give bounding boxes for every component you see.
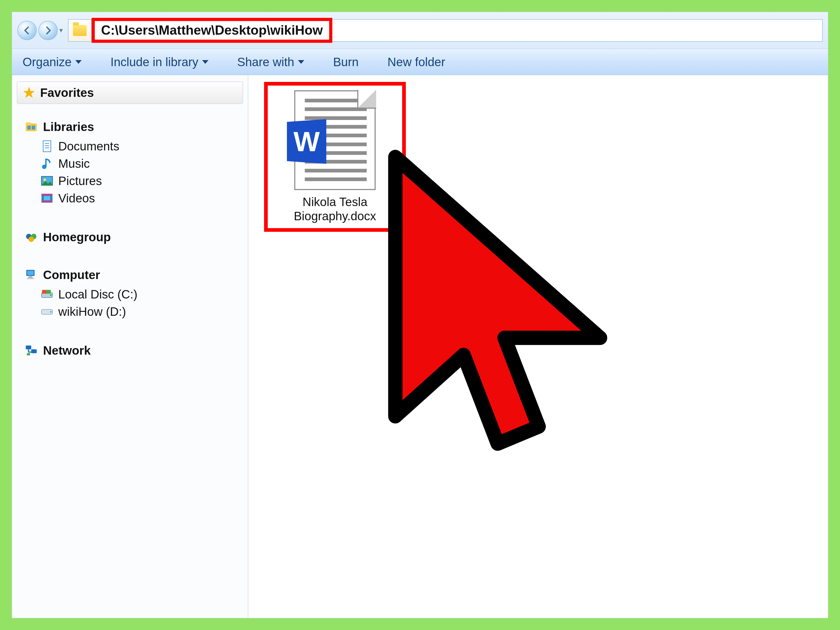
sidebar-item-homegroup[interactable]: Homegroup xyxy=(17,230,243,244)
back-button[interactable] xyxy=(17,21,37,40)
network-icon xyxy=(25,344,38,357)
music-label: Music xyxy=(58,156,90,171)
burn-label: Burn xyxy=(333,55,358,69)
svg-point-10 xyxy=(43,178,46,181)
svg-point-23 xyxy=(50,294,51,296)
file-list-pane[interactable]: W Nikola Tesla Biography.docx xyxy=(248,75,828,618)
burn-button[interactable]: Burn xyxy=(333,55,358,69)
svg-rect-19 xyxy=(27,271,33,275)
drive-icon xyxy=(40,288,54,301)
videos-label: Videos xyxy=(58,191,95,205)
toolbar: Organize Include in library Share with B… xyxy=(12,49,828,75)
explorer-window: ▾ C:\Users\Matthew\Desktop\wikiHow Organ… xyxy=(12,12,828,618)
word-document-icon: W xyxy=(294,90,376,190)
svg-rect-12 xyxy=(41,194,52,195)
address-section: ▾ C:\Users\Matthew\Desktop\wikiHow xyxy=(12,12,828,49)
svg-rect-24 xyxy=(42,290,46,294)
local-disc-label: Local Disc (C:) xyxy=(58,287,137,302)
include-label: Include in library xyxy=(111,55,199,69)
nav-button-group: ▾ xyxy=(17,21,63,40)
svg-rect-28 xyxy=(26,346,31,349)
sidebar-item-computer[interactable]: Computer xyxy=(17,268,243,282)
favorites-label: Favorites xyxy=(40,85,94,100)
file-name-line1: Nikola Tesla xyxy=(294,195,376,209)
sidebar-item-music[interactable]: Music xyxy=(17,155,243,172)
wikihow-drive-label: wikiHow (D:) xyxy=(58,305,126,319)
address-folder-icon xyxy=(68,20,92,41)
svg-rect-4 xyxy=(43,141,51,152)
computer-label: Computer xyxy=(43,268,100,282)
forward-button[interactable] xyxy=(38,21,58,40)
svg-point-8 xyxy=(42,164,46,169)
svg-point-27 xyxy=(50,311,51,313)
svg-rect-1 xyxy=(26,122,31,125)
network-label: Network xyxy=(43,343,90,357)
documents-label: Documents xyxy=(58,139,120,153)
computer-icon xyxy=(25,268,38,281)
sidebar-item-pictures[interactable]: Pictures xyxy=(17,173,243,189)
svg-rect-20 xyxy=(28,276,33,278)
include-in-library-menu[interactable]: Include in library xyxy=(111,55,208,69)
svg-rect-2 xyxy=(27,126,31,129)
history-dropdown-icon[interactable]: ▾ xyxy=(59,26,63,35)
organize-menu[interactable]: Organize xyxy=(22,55,82,69)
homegroup-icon xyxy=(25,231,38,243)
file-name-line2: Biography.docx xyxy=(294,209,376,223)
share-label: Share with xyxy=(237,55,294,69)
share-with-menu[interactable]: Share with xyxy=(237,55,304,69)
svg-rect-30 xyxy=(27,353,30,355)
arrow-right-icon xyxy=(43,25,53,35)
pictures-icon xyxy=(40,174,54,188)
file-item-word-doc[interactable]: W Nikola Tesla Biography.docx xyxy=(264,82,406,232)
body-area: ★ Favorites Libraries Documents xyxy=(12,75,828,618)
sidebar-item-videos[interactable]: Videos xyxy=(17,190,243,206)
star-icon: ★ xyxy=(23,85,35,100)
newfolder-label: New folder xyxy=(387,55,445,69)
videos-icon xyxy=(40,192,54,205)
chevron-down-icon xyxy=(75,60,82,64)
sidebar-item-wikihow-drive[interactable]: wikiHow (D:) xyxy=(17,303,243,320)
chevron-down-icon xyxy=(298,60,304,64)
music-icon xyxy=(40,157,54,170)
sidebar-item-local-disc[interactable]: Local Disc (C:) xyxy=(17,286,243,302)
svg-rect-13 xyxy=(41,201,52,202)
chevron-down-icon xyxy=(202,60,208,64)
pictures-label: Pictures xyxy=(58,174,102,188)
new-folder-button[interactable]: New folder xyxy=(387,55,445,69)
libraries-label: Libraries xyxy=(43,120,94,134)
homegroup-label: Homegroup xyxy=(43,230,111,244)
svg-rect-3 xyxy=(32,126,35,129)
sidebar-item-favorites[interactable]: ★ Favorites xyxy=(17,81,243,104)
sidebar-item-network[interactable]: Network xyxy=(17,343,243,357)
drive-icon xyxy=(40,305,54,318)
svg-point-17 xyxy=(28,237,34,242)
address-path[interactable]: C:\Users\Matthew\Desktop\wikiHow xyxy=(92,18,332,43)
organize-label: Organize xyxy=(22,55,72,69)
sidebar-item-libraries[interactable]: Libraries xyxy=(17,120,243,134)
libraries-icon xyxy=(25,120,38,133)
file-name-label: Nikola Tesla Biography.docx xyxy=(294,195,376,223)
arrow-left-icon xyxy=(22,25,32,35)
svg-rect-25 xyxy=(46,290,51,294)
navigation-pane: ★ Favorites Libraries Documents xyxy=(12,75,248,618)
document-icon xyxy=(40,140,54,153)
svg-rect-29 xyxy=(31,349,37,353)
svg-rect-21 xyxy=(27,278,34,279)
sidebar-item-documents[interactable]: Documents xyxy=(17,138,243,154)
address-bar[interactable]: C:\Users\Matthew\Desktop\wikiHow xyxy=(68,19,823,42)
svg-rect-14 xyxy=(44,196,51,201)
